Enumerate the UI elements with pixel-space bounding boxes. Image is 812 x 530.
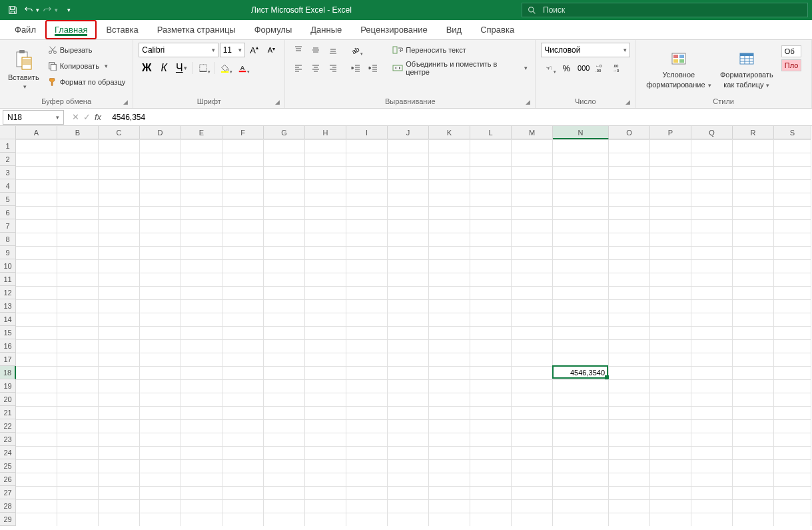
align-right-button[interactable] bbox=[325, 61, 341, 75]
tab-data[interactable]: Данные bbox=[301, 20, 351, 39]
row-header-22[interactable]: 22 bbox=[0, 419, 16, 433]
merge-center-button[interactable]: Объединить и поместить в центре▾ bbox=[390, 61, 530, 75]
row-header-4[interactable]: 4 bbox=[0, 179, 16, 193]
cancel-formula-button[interactable]: ✕ bbox=[72, 112, 79, 122]
column-header-N[interactable]: N bbox=[553, 126, 609, 139]
column-header-G[interactable]: G bbox=[264, 126, 305, 139]
redo-button[interactable]: ▾ bbox=[41, 1, 59, 19]
row-header-6[interactable]: 6 bbox=[0, 206, 16, 219]
cut-button[interactable]: Вырезать bbox=[46, 43, 128, 57]
row-header-14[interactable]: 14 bbox=[0, 313, 16, 326]
fill-color-button[interactable] bbox=[217, 61, 233, 75]
row-header-2[interactable]: 2 bbox=[0, 153, 16, 166]
wrap-text-button[interactable]: Переносить текст bbox=[390, 43, 530, 57]
row-header-18[interactable]: 18 bbox=[0, 366, 16, 379]
column-header-A[interactable]: A bbox=[16, 126, 57, 139]
clipboard-launcher[interactable]: ◢ bbox=[123, 99, 130, 105]
row-header-24[interactable]: 24 bbox=[0, 446, 16, 459]
column-header-J[interactable]: J bbox=[388, 126, 429, 139]
tab-insert[interactable]: Вставка bbox=[97, 20, 147, 39]
orientation-button[interactable]: ab bbox=[348, 43, 364, 57]
column-header-P[interactable]: P bbox=[650, 126, 691, 139]
row-header-12[interactable]: 12 bbox=[0, 286, 16, 299]
row-header-27[interactable]: 27 bbox=[0, 486, 16, 499]
cells-area[interactable]: 4546,3540 bbox=[16, 139, 812, 526]
percent-button[interactable]: % bbox=[558, 61, 574, 75]
column-header-O[interactable]: O bbox=[609, 126, 650, 139]
column-header-I[interactable]: I bbox=[346, 126, 388, 139]
tab-formulas[interactable]: Формулы bbox=[245, 20, 302, 39]
column-header-C[interactable]: C bbox=[99, 126, 140, 139]
fill-handle[interactable] bbox=[605, 375, 609, 379]
number-launcher[interactable]: ◢ bbox=[625, 99, 632, 105]
alignment-launcher[interactable]: ◢ bbox=[526, 99, 532, 105]
row-header-20[interactable]: 20 bbox=[0, 393, 16, 406]
undo-button[interactable]: ▾ bbox=[23, 1, 40, 19]
align-top-button[interactable] bbox=[290, 43, 306, 57]
tab-review[interactable]: Рецензирование bbox=[351, 20, 436, 39]
paste-button[interactable]: Вставить ▾ bbox=[5, 43, 42, 97]
row-header-1[interactable]: 1 bbox=[0, 139, 16, 153]
column-header-K[interactable]: K bbox=[429, 126, 470, 139]
row-header-11[interactable]: 11 bbox=[0, 273, 16, 286]
customize-qat-button[interactable]: ▾ bbox=[60, 1, 77, 19]
row-header-8[interactable]: 8 bbox=[0, 233, 16, 246]
tab-view[interactable]: Вид bbox=[437, 20, 472, 39]
italic-button[interactable]: К bbox=[156, 61, 172, 75]
comma-button[interactable]: 000 bbox=[576, 61, 592, 75]
column-header-D[interactable]: D bbox=[140, 126, 181, 139]
font-color-button[interactable]: A bbox=[234, 61, 250, 75]
select-all-corner[interactable] bbox=[0, 126, 16, 139]
column-header-S[interactable]: S bbox=[774, 126, 811, 139]
underline-button[interactable]: Ч▾ bbox=[173, 61, 189, 75]
row-header-9[interactable]: 9 bbox=[0, 246, 16, 259]
row-header-3[interactable]: 3 bbox=[0, 166, 16, 179]
format-as-table-button[interactable]: Форматировать как таблицу▾ bbox=[716, 43, 777, 97]
column-header-R[interactable]: R bbox=[733, 126, 774, 139]
align-bottom-button[interactable] bbox=[325, 43, 341, 57]
row-header-17[interactable]: 17 bbox=[0, 353, 16, 366]
column-header-B[interactable]: B bbox=[57, 126, 99, 139]
number-format-select[interactable]: Числовой▾ bbox=[541, 43, 630, 57]
row-header-13[interactable]: 13 bbox=[0, 299, 16, 313]
row-header-26[interactable]: 26 bbox=[0, 473, 16, 486]
copy-button[interactable]: Копировать▾ bbox=[46, 59, 128, 73]
tab-page-layout[interactable]: Разметка страницы bbox=[148, 20, 245, 39]
decrease-indent-button[interactable] bbox=[348, 61, 364, 75]
name-box[interactable]: N18▾ bbox=[3, 110, 64, 125]
decrease-font-button[interactable]: A▾ bbox=[263, 43, 279, 57]
font-launcher[interactable]: ◢ bbox=[275, 99, 282, 105]
style-normal[interactable]: Об bbox=[781, 45, 802, 57]
column-header-Q[interactable]: Q bbox=[691, 126, 733, 139]
row-header-15[interactable]: 15 bbox=[0, 326, 16, 339]
align-left-button[interactable] bbox=[290, 61, 306, 75]
align-middle-button[interactable] bbox=[308, 43, 324, 57]
column-header-H[interactable]: H bbox=[305, 126, 346, 139]
row-header-5[interactable]: 5 bbox=[0, 193, 16, 206]
bold-button[interactable]: Ж bbox=[139, 61, 155, 75]
accounting-format-button[interactable]: ☜ bbox=[541, 61, 557, 75]
row-header-21[interactable]: 21 bbox=[0, 406, 16, 419]
formula-input[interactable]: 4546,354 bbox=[107, 113, 812, 122]
align-center-button[interactable] bbox=[308, 61, 324, 75]
tab-help[interactable]: Справка bbox=[471, 20, 524, 39]
column-header-F[interactable]: F bbox=[222, 126, 264, 139]
format-painter-button[interactable]: Формат по образцу bbox=[46, 75, 128, 89]
column-header-E[interactable]: E bbox=[181, 126, 222, 139]
row-header-7[interactable]: 7 bbox=[0, 219, 16, 233]
increase-indent-button[interactable] bbox=[365, 61, 381, 75]
conditional-formatting-button[interactable]: Условное форматирование▾ bbox=[645, 43, 712, 97]
borders-button[interactable] bbox=[195, 61, 211, 75]
row-header-29[interactable]: 29 bbox=[0, 513, 16, 526]
increase-decimal-button[interactable]: ←0.00 bbox=[593, 61, 609, 75]
column-header-L[interactable]: L bbox=[470, 126, 512, 139]
tab-file[interactable]: Файл bbox=[5, 20, 45, 39]
row-header-10[interactable]: 10 bbox=[0, 259, 16, 273]
style-bad[interactable]: Пло bbox=[781, 59, 802, 71]
search-box[interactable]: Поиск bbox=[522, 3, 808, 17]
row-header-28[interactable]: 28 bbox=[0, 499, 16, 513]
selected-cell[interactable]: 4546,3540 bbox=[552, 365, 608, 379]
save-button[interactable] bbox=[4, 1, 21, 19]
decrease-decimal-button[interactable]: .00→0 bbox=[610, 61, 626, 75]
column-header-M[interactable]: M bbox=[512, 126, 553, 139]
